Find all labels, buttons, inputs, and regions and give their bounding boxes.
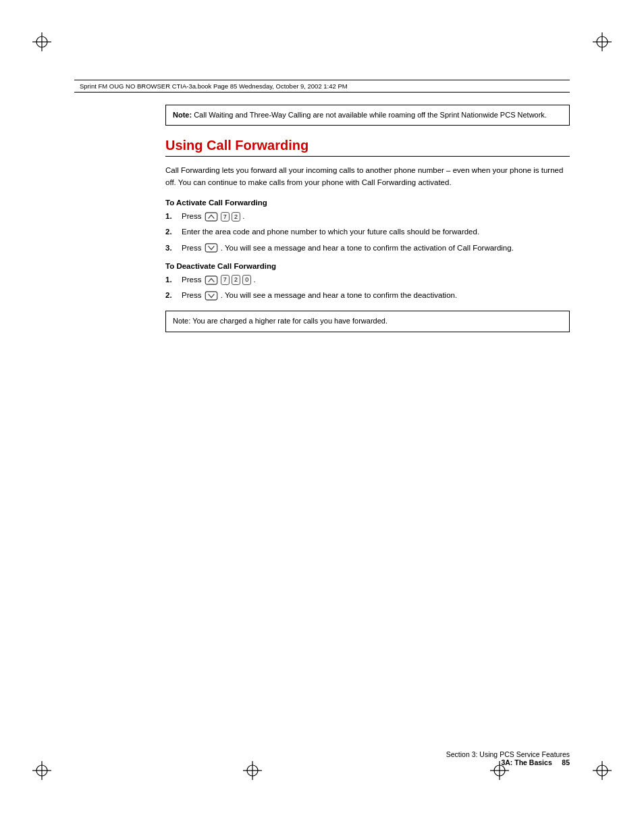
send-key-icon xyxy=(205,212,218,221)
deactivate-steps: 1. Press 7 2 0 . 2. xyxy=(165,274,570,302)
activate-step-2: 2. Enter the area code and phone number … xyxy=(165,226,570,238)
deact-step-2-content: Press . You will see a message and hear … xyxy=(182,290,570,301)
note-bottom-label: Note: xyxy=(173,317,190,325)
activate-heading: To Activate Call Forwarding xyxy=(165,199,570,207)
activate-steps: 1. Press 7 2 . 2. Ente xyxy=(165,211,570,254)
deact-step-1-press: Press xyxy=(182,276,204,284)
file-info: Sprint FM OUG NO BROWSER CTIA-3a.book Pa… xyxy=(80,82,348,90)
activate-step-1: 1. Press 7 2 . xyxy=(165,211,570,222)
deactivate-step-1: 1. Press 7 2 0 . xyxy=(165,274,570,286)
note-top-text: Call Waiting and Three-Way Calling are n… xyxy=(194,111,547,119)
step-3-text: . You will see a message and hear a tone… xyxy=(221,244,514,252)
note-bottom-text: You are charged a higher rate for calls … xyxy=(192,317,387,325)
deact-step-1-content: Press 7 2 0 . xyxy=(182,274,570,286)
step-1-content: Press 7 2 . xyxy=(182,211,570,222)
footer-page-strong: 3A: The Basics 85 xyxy=(501,758,570,766)
key-7-icon: 7 xyxy=(221,212,230,222)
svg-rect-21 xyxy=(205,292,217,300)
step-num-2: 2. xyxy=(165,226,179,238)
step-num-3: 3. xyxy=(165,242,179,254)
deact-end-key-icon xyxy=(205,291,218,301)
deact-step-2-press: Press xyxy=(182,291,204,299)
step-2-content: Enter the area code and phone number to … xyxy=(182,226,570,238)
note-top: Note: Call Waiting and Three-Way Calling… xyxy=(165,105,570,126)
reg-mark-tl xyxy=(32,32,51,51)
key-2-icon: 2 xyxy=(232,212,240,222)
svg-rect-18 xyxy=(205,213,217,221)
deact-step-num-2: 2. xyxy=(165,290,179,301)
svg-rect-20 xyxy=(205,276,217,284)
section-title: Using Call Forwarding xyxy=(165,138,570,157)
deact-step-2-text: . You will see a message and hear a tone… xyxy=(221,291,457,299)
deact-key-2-icon: 2 xyxy=(232,275,240,285)
activate-step-3: 3. Press . You will see a message and he… xyxy=(165,242,570,254)
footer-page-ref: 3A: The Basics 85 xyxy=(74,758,570,766)
footer-page-label: 3A: The Basics 85 xyxy=(501,758,570,766)
footer-section-ref: Section 3: Using PCS Service Features xyxy=(74,750,570,758)
reg-mark-br xyxy=(593,761,612,780)
svg-rect-19 xyxy=(205,244,217,252)
deact-key-0-icon: 0 xyxy=(242,275,251,285)
deact-key-7-icon: 7 xyxy=(221,275,230,285)
intro-text: Call Forwarding lets you forward all you… xyxy=(165,165,570,189)
end-key-icon xyxy=(205,243,218,253)
header-bar: Sprint FM OUG NO BROWSER CTIA-3a.book Pa… xyxy=(74,80,570,93)
deact-step-1-period: . xyxy=(253,276,255,284)
step-1-press: Press xyxy=(182,212,204,220)
reg-mark-tr xyxy=(593,32,612,51)
step-3-content: Press . You will see a message and hear … xyxy=(182,242,570,254)
deact-step-num-1: 1. xyxy=(165,274,179,286)
footer: Section 3: Using PCS Service Features 3A… xyxy=(74,750,570,766)
page: Sprint FM OUG NO BROWSER CTIA-3a.book Pa… xyxy=(0,0,644,834)
step-num-1: 1. xyxy=(165,211,179,222)
deactivate-heading: To Deactivate Call Forwarding xyxy=(165,262,570,270)
footer-section-text: Section 3: Using PCS Service Features xyxy=(446,750,570,758)
step-1-period: . xyxy=(242,212,244,220)
deact-send-key-icon xyxy=(205,276,218,285)
reg-mark-bl xyxy=(32,761,51,780)
note-bottom: Note: You are charged a higher rate for … xyxy=(165,311,570,332)
step-3-press: Press xyxy=(182,244,204,252)
deactivate-step-2: 2. Press . You will see a message and he… xyxy=(165,290,570,301)
main-content: Note: Call Waiting and Three-Way Calling… xyxy=(165,105,570,332)
note-top-label: Note: xyxy=(173,111,192,119)
